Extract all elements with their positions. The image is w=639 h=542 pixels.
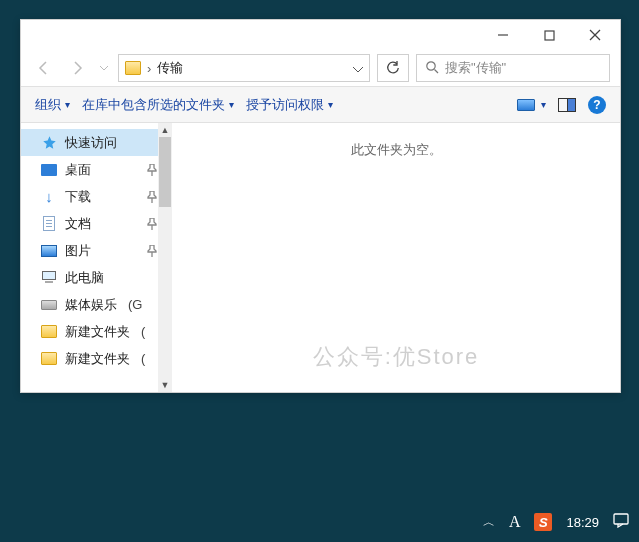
- search-icon: [425, 60, 439, 77]
- tray-chevron-icon[interactable]: ︿: [483, 514, 495, 531]
- preview-pane-icon: [558, 98, 576, 112]
- sidebar-item-drive-media[interactable]: 媒体娱乐 (G: [21, 291, 171, 318]
- path-segment[interactable]: 传输: [157, 59, 183, 77]
- help-button[interactable]: ?: [582, 92, 612, 118]
- document-icon: [41, 216, 57, 232]
- search-placeholder: 搜索"传输": [445, 59, 506, 77]
- nav-pane: 快速访问 桌面 ↓ 下载 文档 图片: [21, 123, 171, 392]
- svg-line-5: [435, 69, 439, 73]
- titlebar: [21, 20, 620, 50]
- organize-menu[interactable]: 组织▾: [29, 92, 76, 118]
- folder-icon: [41, 324, 57, 340]
- sidebar-item-new-folder-1[interactable]: 新建文件夹 (: [21, 318, 171, 345]
- scroll-up-icon[interactable]: ▲: [158, 123, 172, 137]
- sidebar-item-new-folder-2[interactable]: 新建文件夹 (: [21, 345, 171, 372]
- input-indicator[interactable]: A: [509, 513, 521, 531]
- include-in-library-menu[interactable]: 在库中包含所选的文件夹▾: [76, 92, 240, 118]
- explorer-window: › 传输 搜索"传输" 组织▾ 在库中包含所选的文件夹▾ 授予访问权限▾ ▾ ?…: [20, 19, 621, 393]
- sidebar-item-desktop[interactable]: 桌面: [21, 156, 171, 183]
- view-menu[interactable]: ▾: [511, 95, 552, 115]
- pin-icon: [145, 190, 159, 204]
- maximize-button[interactable]: [526, 21, 572, 49]
- preview-pane-button[interactable]: [552, 94, 582, 116]
- history-dropdown[interactable]: [97, 66, 111, 71]
- empty-folder-message: 此文件夹为空。: [351, 142, 442, 157]
- desktop-icon: [41, 162, 57, 178]
- address-field[interactable]: › 传输: [118, 54, 370, 82]
- watermark-text: 公众号:优Store: [172, 342, 620, 372]
- picture-icon: [41, 243, 57, 259]
- sidebar-item-pictures[interactable]: 图片: [21, 237, 171, 264]
- sidebar-item-documents[interactable]: 文档: [21, 210, 171, 237]
- action-center-icon[interactable]: [613, 513, 629, 531]
- svg-point-4: [427, 61, 435, 69]
- computer-icon: [41, 270, 57, 286]
- clock[interactable]: 18:29: [566, 515, 599, 530]
- forward-button[interactable]: [64, 55, 90, 81]
- explorer-body: 快速访问 桌面 ↓ 下载 文档 图片: [21, 123, 620, 392]
- folder-icon: [125, 61, 141, 75]
- download-icon: ↓: [41, 189, 57, 205]
- close-button[interactable]: [572, 21, 618, 49]
- content-pane[interactable]: 此文件夹为空。 公众号:优Store: [172, 123, 620, 392]
- sidebar-item-this-pc[interactable]: 此电脑: [21, 264, 171, 291]
- sidebar-item-downloads[interactable]: ↓ 下载: [21, 183, 171, 210]
- address-bar: › 传输 搜索"传输": [21, 50, 620, 86]
- pin-icon: [145, 244, 159, 258]
- pin-icon: [145, 163, 159, 177]
- refresh-button[interactable]: [377, 54, 409, 82]
- drive-icon: [41, 297, 57, 313]
- star-icon: [41, 135, 57, 151]
- view-icon: [517, 99, 535, 111]
- svg-rect-1: [545, 31, 554, 40]
- help-icon: ?: [588, 96, 606, 114]
- ime-icon[interactable]: S: [534, 513, 552, 531]
- scroll-track[interactable]: [158, 137, 172, 378]
- nav-scrollbar[interactable]: ▲ ▼: [158, 123, 172, 392]
- system-tray: ︿ A S 18:29: [483, 508, 629, 536]
- scroll-thumb[interactable]: [159, 137, 171, 207]
- back-button[interactable]: [31, 55, 57, 81]
- scroll-down-icon[interactable]: ▼: [158, 378, 172, 392]
- search-field[interactable]: 搜索"传输": [416, 54, 610, 82]
- minimize-button[interactable]: [480, 21, 526, 49]
- pin-icon: [145, 217, 159, 231]
- svg-rect-6: [614, 514, 628, 524]
- folder-icon: [41, 351, 57, 367]
- chevron-right-icon: ›: [147, 61, 151, 76]
- sidebar-item-quick-access[interactable]: 快速访问: [21, 129, 171, 156]
- grant-access-menu[interactable]: 授予访问权限▾: [240, 92, 339, 118]
- address-dropdown-icon[interactable]: [353, 61, 363, 76]
- command-bar: 组织▾ 在库中包含所选的文件夹▾ 授予访问权限▾ ▾ ?: [21, 86, 620, 123]
